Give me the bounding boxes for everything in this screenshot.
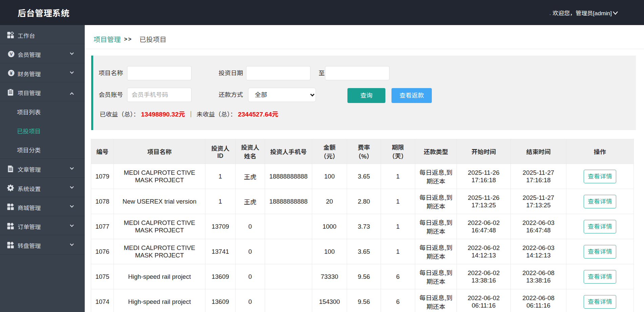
svg-text:¥: ¥: [10, 70, 13, 76]
svg-text:V: V: [10, 51, 13, 57]
